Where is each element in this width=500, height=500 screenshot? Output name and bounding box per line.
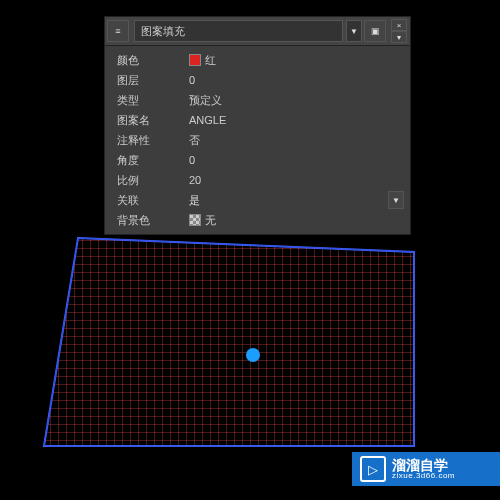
color-swatch xyxy=(189,214,201,226)
property-row: 比例20 xyxy=(107,170,408,190)
property-row: 关联是▼ xyxy=(107,190,408,210)
close-icon[interactable]: × xyxy=(391,19,407,31)
svg-marker-1 xyxy=(44,238,414,446)
center-grip[interactable] xyxy=(246,348,260,362)
panel-title[interactable]: 图案填充 xyxy=(134,20,343,42)
property-label: 类型 xyxy=(107,93,189,108)
property-value[interactable]: 0 xyxy=(189,154,408,166)
property-value[interactable]: 无 xyxy=(189,213,408,228)
watermark-url: zixue.3d66.com xyxy=(392,472,455,480)
properties-list: 颜色红图层0类型预定义图案名ANGLE注释性否角度0比例20关联是▼背景色无 xyxy=(105,46,410,234)
property-row: 图层0 xyxy=(107,70,408,90)
collapse-icon[interactable]: ▾ xyxy=(391,31,407,43)
property-row: 颜色红 xyxy=(107,50,408,70)
property-row: 背景色无 xyxy=(107,210,408,230)
property-value-text: 20 xyxy=(189,174,201,186)
property-value-text: 0 xyxy=(189,74,195,86)
property-label: 背景色 xyxy=(107,213,189,228)
property-row: 注释性否 xyxy=(107,130,408,150)
property-value-text: 无 xyxy=(205,213,216,228)
property-label: 图案名 xyxy=(107,113,189,128)
property-value[interactable]: 红 xyxy=(189,53,408,68)
play-icon: ▷ xyxy=(360,456,386,482)
property-value[interactable]: 预定义 xyxy=(189,93,408,108)
hatch-properties-panel: ≡ 图案填充 ▼ ▣ × ▾ 颜色红图层0类型预定义图案名ANGLE注释性否角度… xyxy=(104,16,411,235)
property-value-text: 是 xyxy=(189,193,388,208)
property-label: 比例 xyxy=(107,173,189,188)
property-label: 关联 xyxy=(107,193,189,208)
color-swatch xyxy=(189,54,201,66)
panel-title-text: 图案填充 xyxy=(141,24,185,39)
property-label: 颜色 xyxy=(107,53,189,68)
property-row: 图案名ANGLE xyxy=(107,110,408,130)
property-value-text: ANGLE xyxy=(189,114,226,126)
property-value-text: 红 xyxy=(205,53,216,68)
title-dropdown-icon[interactable]: ▼ xyxy=(346,20,362,42)
watermark: ▷ 溜溜自学 zixue.3d66.com xyxy=(352,452,500,486)
property-value-text: 否 xyxy=(189,133,200,148)
property-value-text: 预定义 xyxy=(189,93,222,108)
property-label: 角度 xyxy=(107,153,189,168)
panel-header: ≡ 图案填充 ▼ ▣ × ▾ xyxy=(105,17,410,46)
property-row: 类型预定义 xyxy=(107,90,408,110)
property-label: 图层 xyxy=(107,73,189,88)
watermark-title: 溜溜自学 xyxy=(392,458,455,472)
select-objects-icon[interactable]: ▣ xyxy=(364,20,386,42)
property-value[interactable]: 是▼ xyxy=(189,191,408,209)
hatch-preview xyxy=(34,232,424,452)
property-value[interactable]: 20 xyxy=(189,174,408,186)
property-value[interactable]: 否 xyxy=(189,133,408,148)
property-row: 角度0 xyxy=(107,150,408,170)
property-value-text: 0 xyxy=(189,154,195,166)
property-value[interactable]: 0 xyxy=(189,74,408,86)
drawing-canvas[interactable] xyxy=(34,232,424,450)
property-label: 注释性 xyxy=(107,133,189,148)
menu-icon[interactable]: ≡ xyxy=(107,20,129,42)
property-value[interactable]: ANGLE xyxy=(189,114,408,126)
chevron-down-icon[interactable]: ▼ xyxy=(388,191,404,209)
